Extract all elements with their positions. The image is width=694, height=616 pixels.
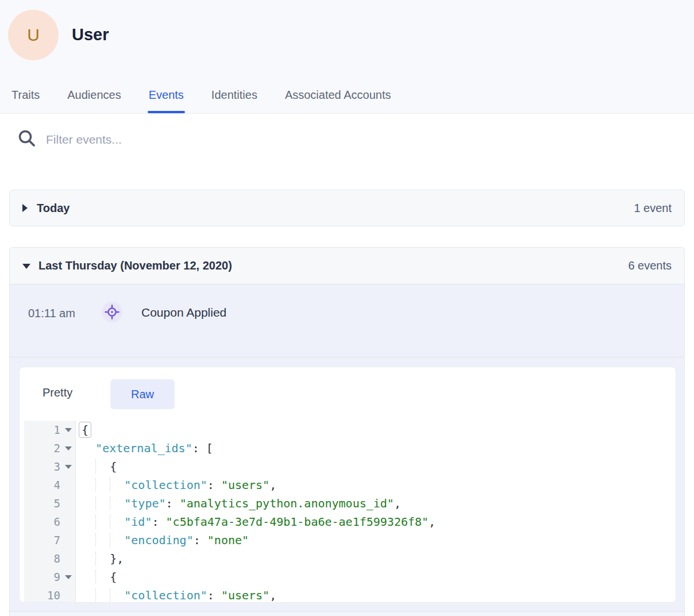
code-line: "collection": "users", [76,586,676,603]
event-row-coupon-applied[interactable]: 01:11 am Coupon Applied [10,284,684,357]
line-number: 4 [24,476,75,494]
code-line: "id": "c5bfa47a-3e7d-49b1-ba6e-ae1f59932… [76,513,676,531]
page-title: User [72,25,109,44]
payload-view-toggle: Pretty Raw [20,367,676,421]
event-group-last-thursday: Last Thursday (November 12, 2020) 6 even… [9,247,685,616]
group-event-count: 6 events [628,259,672,272]
tab-audiences[interactable]: Audiences [67,88,121,113]
user-profile-page: U User Traits Audiences Events Identitie… [0,0,694,616]
tab-associated-accounts[interactable]: Associated Accounts [285,88,391,113]
editor-code: { "external_ids": [ { "collection": "use… [76,421,676,602]
line-number: 7 [24,531,75,549]
json-editor[interactable]: 12345678910 { "external_ids": [ { "colle… [20,421,676,602]
code-line: { [76,568,676,586]
line-number: 5 [24,494,75,513]
tab-traits[interactable]: Traits [11,88,40,113]
search-icon [17,129,37,148]
row-divider [10,611,684,612]
profile-header: U User Traits Audiences Events Identitie… [0,0,694,114]
code-line: "type": "analytics_python.anonymous_id", [76,494,676,513]
avatar: U [8,10,59,60]
target-icon [105,305,119,319]
line-number: 10 [24,586,75,603]
fold-arrow-icon[interactable] [65,428,72,432]
event-name: Coupon Applied [141,306,226,319]
filter-row [0,114,694,171]
tab-events[interactable]: Events [149,88,184,113]
group-label: Last Thursday (November 12, 2020) [38,259,232,272]
line-number: 1 [24,421,75,439]
raw-view-button[interactable]: Raw [110,379,175,409]
group-event-count: 1 event [634,202,672,215]
event-icon-badge [102,302,122,322]
event-group-last-thursday-header[interactable]: Last Thursday (November 12, 2020) 6 even… [10,248,684,284]
search-input[interactable] [45,128,564,152]
code-line: "encoding": "none" [76,531,676,549]
line-number: 8 [24,549,75,568]
code-line: { [76,457,676,476]
line-number: 9 [24,568,75,586]
fold-arrow-icon[interactable] [65,465,72,469]
next-row-strip [10,612,684,616]
code-line: }, [76,549,676,568]
event-group-today: Today 1 event [9,190,685,226]
event-group-today-header[interactable]: Today 1 event [10,190,684,226]
event-time: 01:11 am [28,307,75,320]
chevron-down-icon [22,264,30,269]
fold-arrow-icon[interactable] [65,575,72,579]
line-number: 6 [24,513,75,531]
line-number: 3 [24,457,75,476]
avatar-letter: U [27,25,40,45]
pretty-view-button[interactable]: Pretty [43,386,72,399]
line-number: 2 [24,439,75,457]
event-payload-card: Pretty Raw 12345678910 { "external_ids":… [19,367,676,603]
code-line: { [76,421,676,439]
fold-arrow-icon[interactable] [65,446,72,451]
code-line: "collection": "users", [76,476,676,494]
group-label: Today [37,202,70,215]
tab-bar: Traits Audiences Events Identities Assoc… [11,88,391,113]
code-line: "external_ids": [ [76,439,676,457]
editor-gutter: 12345678910 [24,421,76,602]
tab-identities[interactable]: Identities [211,88,257,113]
chevron-right-icon [22,204,28,212]
